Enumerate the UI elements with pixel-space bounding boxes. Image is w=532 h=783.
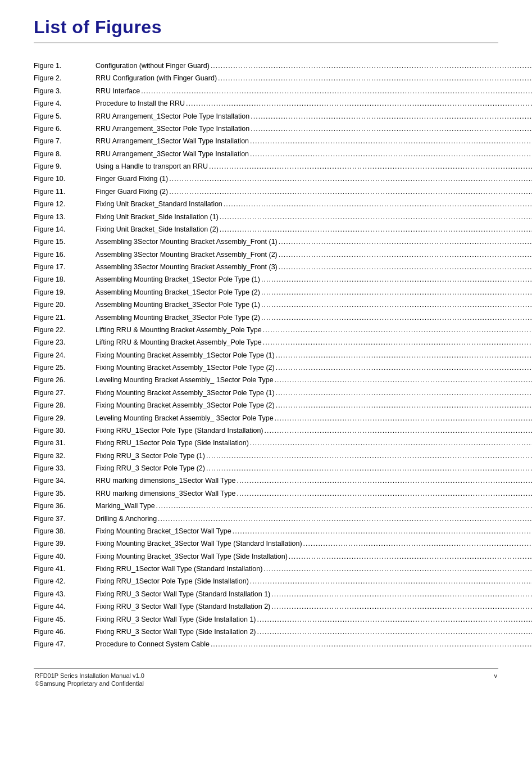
figure-description: Fixing Unit Bracket_Side Installation (2… bbox=[96, 224, 532, 236]
list-item: Figure 28.Fixing Mounting Bracket Assemb… bbox=[34, 400, 532, 412]
figure-label: Figure 11. bbox=[34, 186, 96, 198]
figure-label: Figure 34. bbox=[34, 475, 96, 487]
figure-description: Assembling Mounting Bracket_1Sector Pole… bbox=[96, 287, 532, 299]
list-item: Figure 34.RRU marking dimensions_1Sector… bbox=[34, 475, 532, 487]
figure-description: Fixing Unit Bracket_Standard Installatio… bbox=[96, 198, 532, 211]
list-item: Figure 2.RRU Configuration (with Finger … bbox=[34, 73, 532, 85]
list-item: Figure 3.RRU Interface..................… bbox=[34, 85, 532, 98]
figure-label: Figure 37. bbox=[34, 513, 96, 526]
figure-label: Figure 6. bbox=[34, 123, 96, 135]
footer-left-line1: RFD01P Series Installation Manual v1.0 bbox=[35, 672, 483, 679]
figure-label: Figure 42. bbox=[34, 576, 96, 588]
figure-label: Figure 1. bbox=[34, 60, 96, 73]
list-item: Figure 25.Fixing Mounting Bracket Assemb… bbox=[34, 362, 532, 374]
list-item: Figure 47.Procedure to Connect System Ca… bbox=[34, 639, 532, 651]
figure-description: Fixing RRU_3 Sector Wall Type (Standard … bbox=[96, 589, 532, 601]
figure-description: RRU Arrangement_3Sector Wall Type Instal… bbox=[96, 148, 532, 161]
figure-description: Using a Handle to transport an RRU......… bbox=[96, 161, 532, 173]
figure-label: Figure 24. bbox=[34, 350, 96, 362]
figure-description: Assembling 3Sector Mounting Bracket Asse… bbox=[96, 236, 532, 248]
figure-label: Figure 28. bbox=[34, 400, 96, 412]
figure-label: Figure 40. bbox=[34, 551, 96, 563]
figure-description: Leveling Mounting Bracket Assembly_ 1Sec… bbox=[96, 374, 532, 387]
footer-divider bbox=[34, 668, 498, 669]
list-item: Figure 22.Lifting RRU & Mounting Bracket… bbox=[34, 324, 532, 337]
list-item: Figure 43.Fixing RRU_3 Sector Wall Type … bbox=[34, 589, 532, 601]
list-item: Figure 12.Fixing Unit Bracket_Standard I… bbox=[34, 198, 532, 211]
figure-description: Fixing Mounting Bracket Assembly_3Sector… bbox=[96, 400, 532, 412]
figure-label: Figure 13. bbox=[34, 211, 96, 224]
list-item: Figure 18.Assembling Mounting Bracket_1S… bbox=[34, 274, 532, 286]
figure-description: Fixing RRU_1Sector Pole Type (Standard I… bbox=[96, 425, 532, 437]
list-item: Figure 38.Fixing Mounting Bracket_1Secto… bbox=[34, 526, 532, 538]
figure-label: Figure 9. bbox=[34, 161, 96, 173]
figure-description: Drilling & Anchoring....................… bbox=[96, 513, 532, 526]
figure-label: Figure 26. bbox=[34, 374, 96, 387]
figure-description: Configuration (without Finger Guard)....… bbox=[96, 60, 532, 73]
figure-description: Fixing Mounting Bracket Assembly_1Sector… bbox=[96, 362, 532, 374]
list-item: Figure 6.RRU Arrangement_3Sector Pole Ty… bbox=[34, 123, 532, 135]
list-item: Figure 39.Fixing Mounting Bracket_3Secto… bbox=[34, 538, 532, 550]
list-item: Figure 5.RRU Arrangement_1Sector Pole Ty… bbox=[34, 111, 532, 123]
list-item: Figure 15.Assembling 3Sector Mounting Br… bbox=[34, 236, 532, 248]
figure-description: RRU Interface...........................… bbox=[96, 85, 532, 98]
list-item: Figure 45.Fixing RRU_3 Sector Wall Type … bbox=[34, 614, 532, 626]
list-item: Figure 29.Leveling Mounting Bracket Asse… bbox=[34, 413, 532, 425]
figure-label: Figure 27. bbox=[34, 387, 96, 400]
figure-label: Figure 46. bbox=[34, 626, 96, 639]
figure-description: Marking_Wall Type.......................… bbox=[96, 500, 532, 513]
figure-description: Fixing RRU_3 Sector Wall Type (Side Inst… bbox=[96, 614, 532, 626]
figure-label: Figure 15. bbox=[34, 236, 96, 248]
figure-label: Figure 31. bbox=[34, 437, 96, 450]
figure-label: Figure 45. bbox=[34, 614, 96, 626]
figure-label: Figure 29. bbox=[34, 413, 96, 425]
list-item: Figure 9.Using a Handle to transport an … bbox=[34, 161, 532, 173]
figure-description: Fixing Unit Bracket_Side Installation (1… bbox=[96, 211, 532, 224]
figure-label: Figure 36. bbox=[34, 500, 96, 513]
list-item: Figure 44.Fixing RRU_3 Sector Wall Type … bbox=[34, 601, 532, 613]
figure-label: Figure 35. bbox=[34, 488, 96, 500]
figure-description: RRU Arrangement_1Sector Wall Type Instal… bbox=[96, 135, 532, 148]
figure-description: Fixing RRU_1Sector Pole Type (Side Insta… bbox=[96, 576, 532, 588]
list-item: Figure 26.Leveling Mounting Bracket Asse… bbox=[34, 374, 532, 387]
figure-label: Figure 21. bbox=[34, 312, 96, 324]
figure-description: Fixing RRU_3 Sector Pole Type (2).......… bbox=[96, 463, 532, 475]
list-item: Figure 42.Fixing RRU_1Sector Pole Type (… bbox=[34, 576, 532, 588]
list-item: Figure 21.Assembling Mounting Bracket_3S… bbox=[34, 312, 532, 324]
footer-table: RFD01P Series Installation Manual v1.0 v… bbox=[34, 671, 498, 688]
figure-label: Figure 41. bbox=[34, 563, 96, 576]
figure-label: Figure 12. bbox=[34, 198, 96, 211]
figure-description: RRU Configuration (with Finger Guard)...… bbox=[96, 73, 532, 85]
list-item: Figure 17.Assembling 3Sector Mounting Br… bbox=[34, 261, 532, 274]
list-item: Figure 20.Assembling Mounting Bracket_3S… bbox=[34, 299, 532, 311]
list-item: Figure 7.RRU Arrangement_1Sector Wall Ty… bbox=[34, 135, 532, 148]
figure-description: Fixing RRU_1Sector Pole Type (Side Insta… bbox=[96, 437, 532, 450]
figure-description: Fixing Mounting Bracket Assembly_3Sector… bbox=[96, 387, 532, 400]
figure-label: Figure 3. bbox=[34, 85, 96, 98]
figure-label: Figure 43. bbox=[34, 589, 96, 601]
figure-description: Finger Guard Fixing (2).................… bbox=[96, 186, 532, 198]
figure-description: Lifting RRU & Mounting Bracket Assembly_… bbox=[96, 324, 532, 337]
list-item: Figure 31.Fixing RRU_1Sector Pole Type (… bbox=[34, 437, 532, 450]
figure-description: Assembling 3Sector Mounting Bracket Asse… bbox=[96, 249, 532, 261]
figure-description: Assembling 3Sector Mounting Bracket Asse… bbox=[96, 261, 532, 274]
list-item: Figure 46.Fixing RRU_3 Sector Wall Type … bbox=[34, 626, 532, 639]
figure-label: Figure 30. bbox=[34, 425, 96, 437]
list-item: Figure 16.Assembling 3Sector Mounting Br… bbox=[34, 249, 532, 261]
list-item: Figure 1.Configuration (without Finger G… bbox=[34, 60, 532, 73]
figure-label: Figure 17. bbox=[34, 261, 96, 274]
list-item: Figure 37.Drilling & Anchoring..........… bbox=[34, 513, 532, 526]
list-item: Figure 36.Marking_Wall Type.............… bbox=[34, 500, 532, 513]
figure-description: Assembling Mounting Bracket_3Sector Pole… bbox=[96, 312, 532, 324]
list-item: Figure 11.Finger Guard Fixing (2).......… bbox=[34, 186, 532, 198]
figure-label: Figure 5. bbox=[34, 111, 96, 123]
figure-description: RRU marking dimensions_3Sector Wall Type… bbox=[96, 488, 532, 500]
figure-label: Figure 18. bbox=[34, 274, 96, 286]
page-title: List of Figures bbox=[34, 17, 498, 38]
list-item: Figure 33.Fixing RRU_3 Sector Pole Type … bbox=[34, 463, 532, 475]
list-item: Figure 19.Assembling Mounting Bracket_1S… bbox=[34, 287, 532, 299]
figure-label: Figure 2. bbox=[34, 73, 96, 85]
figure-description: Fixing RRU_1Sector Wall Type (Standard I… bbox=[96, 563, 532, 576]
figure-label: Figure 10. bbox=[34, 173, 96, 185]
figure-label: Figure 8. bbox=[34, 148, 96, 161]
